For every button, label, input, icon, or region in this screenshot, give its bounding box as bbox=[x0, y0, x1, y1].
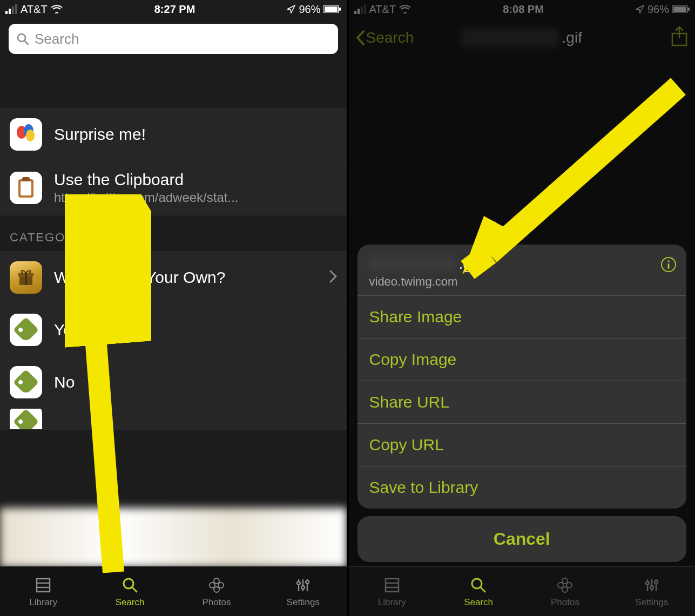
battery-icon bbox=[323, 5, 341, 13]
chevron-left-icon bbox=[355, 30, 365, 46]
carrier-label: AT&T bbox=[21, 3, 48, 16]
row-title: Use the Clipboard bbox=[54, 171, 337, 189]
search-input[interactable]: Search bbox=[9, 24, 338, 54]
svg-rect-31 bbox=[673, 6, 686, 12]
tab-photos[interactable]: Photos bbox=[522, 567, 608, 616]
tab-search[interactable]: Search bbox=[435, 567, 522, 616]
cell-signal-icon bbox=[5, 4, 17, 14]
wifi-icon bbox=[51, 5, 63, 13]
search-icon bbox=[120, 576, 140, 595]
categories-header: CATEGORIES bbox=[0, 215, 347, 251]
svg-point-26 bbox=[297, 581, 300, 585]
categories-list: Want to Add Your Own? Yes No bbox=[0, 251, 347, 430]
quick-list: Surprise me! Use the Clipboard https://t… bbox=[0, 108, 347, 215]
carrier-label: AT&T bbox=[369, 3, 396, 16]
tab-settings[interactable]: Settings bbox=[260, 567, 346, 616]
back-label: Search bbox=[366, 29, 414, 46]
cell-signal-icon bbox=[354, 4, 366, 14]
action-sheet: .gif video.twimg.com Share Image Copy Im… bbox=[357, 245, 687, 562]
tab-label: Settings bbox=[287, 597, 320, 608]
sheet-header: .gif video.twimg.com bbox=[357, 245, 687, 295]
row-title: Want to Add Your Own? bbox=[54, 268, 318, 287]
svg-rect-37 bbox=[386, 579, 399, 592]
svg-rect-32 bbox=[688, 8, 690, 11]
svg-point-22 bbox=[218, 583, 224, 588]
row-title: Surprise me! bbox=[54, 125, 337, 144]
svg-point-7 bbox=[26, 130, 35, 141]
svg-rect-36 bbox=[668, 263, 670, 269]
ad-banner[interactable] bbox=[0, 508, 347, 567]
phone-share-sheet-screen: AT&T 8:08 PM 96% Search bbox=[349, 0, 696, 616]
svg-line-41 bbox=[481, 587, 485, 592]
svg-point-28 bbox=[306, 580, 309, 584]
nav-title-suffix: .gif bbox=[562, 29, 582, 46]
svg-point-20 bbox=[214, 587, 219, 592]
battery-percent: 96% bbox=[299, 3, 320, 16]
tab-settings[interactable]: Settings bbox=[609, 567, 695, 616]
location-icon bbox=[636, 5, 644, 13]
svg-point-44 bbox=[558, 583, 563, 588]
redacted-filename bbox=[369, 256, 456, 272]
svg-rect-2 bbox=[339, 8, 341, 11]
clipboard-icon bbox=[10, 172, 42, 204]
location-icon bbox=[287, 5, 295, 13]
tab-photos[interactable]: Photos bbox=[173, 567, 260, 616]
svg-rect-13 bbox=[25, 273, 27, 285]
svg-rect-9 bbox=[21, 181, 31, 195]
svg-point-49 bbox=[646, 581, 649, 585]
back-button[interactable]: Search bbox=[355, 29, 414, 46]
photos-icon bbox=[207, 576, 226, 595]
tab-library[interactable]: Library bbox=[349, 567, 435, 616]
sheet-save-library[interactable]: Save to Library bbox=[357, 466, 687, 509]
svg-rect-14 bbox=[37, 579, 50, 592]
svg-point-35 bbox=[667, 260, 670, 262]
svg-line-4 bbox=[25, 41, 28, 44]
tab-label: Photos bbox=[202, 597, 231, 608]
balloons-icon bbox=[10, 118, 42, 151]
tab-search[interactable]: Search bbox=[86, 567, 173, 616]
row-title: Yes bbox=[54, 321, 337, 339]
sheet-share-image[interactable]: Share Image bbox=[357, 295, 687, 338]
sheet-source: video.twimg.com bbox=[369, 275, 675, 289]
battery-percent: 96% bbox=[647, 3, 669, 16]
svg-point-3 bbox=[18, 34, 25, 42]
row-title: No bbox=[54, 373, 337, 391]
tab-label: Library bbox=[29, 597, 57, 608]
svg-line-18 bbox=[132, 587, 137, 592]
tab-library[interactable]: Library bbox=[0, 567, 86, 616]
info-icon[interactable] bbox=[660, 256, 677, 275]
tag-icon bbox=[10, 314, 42, 346]
tag-icon bbox=[10, 366, 42, 398]
tab-label: Library bbox=[378, 597, 406, 608]
category-yes-row[interactable]: Yes bbox=[0, 303, 347, 356]
sheet-copy-url[interactable]: Copy URL bbox=[357, 423, 687, 466]
add-your-own-row[interactable]: Want to Add Your Own? bbox=[0, 251, 347, 304]
tab-label: Search bbox=[116, 597, 145, 608]
svg-point-27 bbox=[301, 586, 305, 589]
sheet-file-suffix: .gif bbox=[459, 255, 479, 273]
tab-label: Search bbox=[464, 597, 493, 608]
sheet-copy-image[interactable]: Copy Image bbox=[357, 338, 687, 381]
clock-label: 8:08 PM bbox=[503, 3, 544, 16]
row-subtitle: https://twitter.com/adweek/stat... bbox=[54, 190, 337, 205]
category-no-row[interactable]: No bbox=[0, 356, 347, 409]
navigation-bar: Search .gif bbox=[349, 18, 696, 57]
wifi-icon bbox=[399, 5, 411, 13]
svg-rect-10 bbox=[22, 177, 30, 181]
gift-icon bbox=[10, 261, 42, 294]
share-icon bbox=[670, 26, 689, 48]
tab-bar: Library Search Photos Settings bbox=[0, 566, 347, 616]
surprise-me-row[interactable]: Surprise me! bbox=[0, 108, 347, 161]
sheet-share-url[interactable]: Share URL bbox=[357, 381, 687, 423]
search-placeholder: Search bbox=[35, 31, 79, 48]
share-button[interactable] bbox=[670, 26, 689, 50]
sheet-cancel-button[interactable]: Cancel bbox=[357, 516, 687, 562]
battery-icon bbox=[672, 5, 690, 13]
phone-search-screen: AT&T 8:27 PM 96% Search bbox=[0, 0, 349, 616]
status-bar: AT&T 8:27 PM 96% bbox=[0, 0, 347, 18]
category-row-partial[interactable] bbox=[0, 408, 347, 430]
sliders-icon bbox=[293, 576, 313, 595]
nav-title: .gif bbox=[462, 29, 582, 47]
svg-point-45 bbox=[566, 583, 572, 588]
use-clipboard-row[interactable]: Use the Clipboard https://twitter.com/ad… bbox=[0, 160, 347, 215]
